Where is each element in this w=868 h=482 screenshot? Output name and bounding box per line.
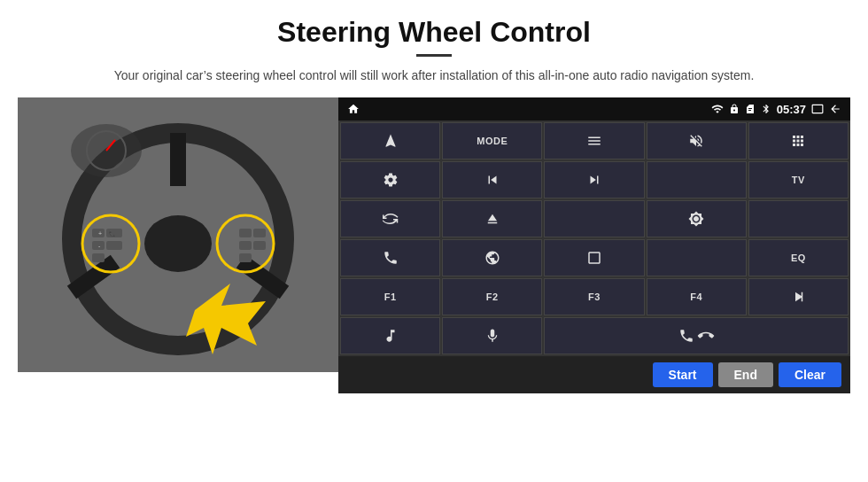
page-title: Steering Wheel Control [0, 0, 868, 54]
home-status-icon [347, 103, 360, 115]
btn-playpause[interactable] [748, 278, 849, 315]
svg-rect-11 [106, 241, 122, 250]
btn-f3[interactable]: F2 [442, 278, 542, 315]
btn-phonecall[interactable] [544, 317, 849, 354]
btn-360[interactable] [340, 200, 440, 237]
content-area: + - 📞 [0, 97, 868, 393]
btn-f2[interactable]: F1 [340, 278, 440, 315]
svg-rect-17 [239, 241, 252, 250]
btn-radio[interactable] [544, 200, 644, 237]
title-divider [416, 54, 452, 57]
btn-screen-rect[interactable] [544, 239, 644, 276]
svg-text:+: + [98, 230, 102, 237]
svg-rect-19 [253, 229, 266, 237]
end-button[interactable]: End [718, 362, 773, 387]
svg-rect-18 [239, 253, 252, 262]
page-subtitle: Your original car’s steering wheel contr… [0, 66, 868, 85]
btn-browse[interactable] [442, 239, 542, 276]
status-left [347, 103, 360, 115]
button-grid: MODE TV [338, 120, 850, 356]
btn-f1[interactable]: EQ [748, 239, 849, 276]
btn-mute[interactable] [647, 122, 747, 159]
sim-icon [745, 104, 756, 114]
btn-tv[interactable] [647, 161, 747, 198]
btn-settings[interactable] [340, 161, 440, 198]
bluetooth-icon [761, 104, 771, 114]
status-right: 05:37 [711, 103, 841, 116]
wifi-icon [711, 103, 724, 115]
svg-rect-16 [239, 229, 252, 237]
svg-point-5 [144, 215, 212, 272]
btn-apps[interactable] [748, 122, 849, 159]
bottom-bar: Start End Clear [338, 356, 850, 393]
btn-media[interactable]: TV [748, 161, 849, 198]
btn-navigate[interactable] [340, 122, 440, 159]
btn-list[interactable] [544, 122, 644, 159]
svg-rect-9 [92, 253, 105, 262]
svg-text:📞: 📞 [109, 230, 116, 237]
lock-icon [729, 104, 740, 114]
back-icon [829, 103, 841, 115]
btn-f4[interactable]: F3 [544, 278, 644, 315]
btn-dvd[interactable] [748, 200, 849, 237]
start-button[interactable]: Start [653, 362, 713, 387]
btn-next[interactable] [544, 161, 644, 198]
status-bar: 05:37 [338, 97, 850, 120]
btn-eq[interactable] [647, 239, 747, 276]
radio-panel: 05:37 MODE [338, 97, 850, 393]
clear-button[interactable]: Clear [779, 362, 841, 387]
btn-f5[interactable]: F4 [647, 278, 747, 315]
screen-icon [811, 103, 824, 115]
btn-mic[interactable] [442, 317, 542, 354]
btn-brightness[interactable] [647, 200, 747, 237]
status-time: 05:37 [777, 103, 806, 116]
btn-music[interactable] [340, 317, 440, 354]
btn-mode[interactable]: MODE [442, 122, 542, 159]
steering-wheel-image: + - 📞 [18, 97, 338, 372]
btn-phone[interactable] [340, 239, 440, 276]
btn-eject[interactable] [442, 200, 542, 237]
btn-prev[interactable] [442, 161, 542, 198]
svg-rect-20 [253, 241, 266, 250]
